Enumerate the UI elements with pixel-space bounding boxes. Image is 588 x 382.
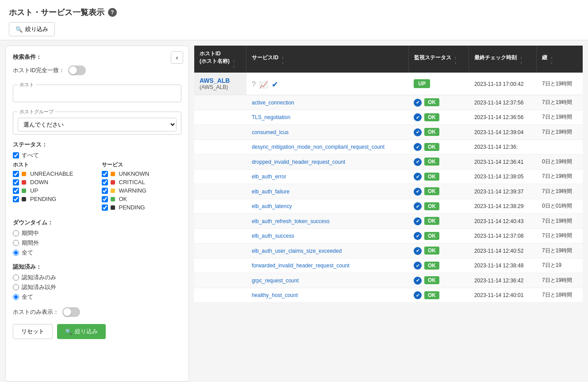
host-link[interactable]: AWS_ALB <box>200 77 230 84</box>
svc-id-cell-3: desync_mitigation_mode_non_compliant_req… <box>246 139 408 154</box>
unreachable-checkbox[interactable] <box>13 171 19 177</box>
sort-down[interactable]: ↓ <box>551 61 553 65</box>
critical-checkbox[interactable] <box>102 179 108 185</box>
sort-down[interactable]: ↓ <box>454 61 457 65</box>
service-link-13[interactable]: healthy_host_count <box>252 292 298 298</box>
svc-duration-cell-12: 7日と19時間 <box>537 273 583 288</box>
downtime-outside-radio[interactable] <box>13 240 19 246</box>
ack-all-radio[interactable] <box>13 294 19 300</box>
svc-check-cell-8: 2023-11-14 12:40:43 <box>469 214 537 229</box>
svc-status-badge-9: OK <box>424 232 439 240</box>
status-group: ステータス： すべて ホスト UNREACHABLE DOWN <box>13 141 181 212</box>
sort-down[interactable]: ↓ <box>233 64 235 68</box>
check-circle-10: ✔ <box>414 247 422 255</box>
service-link-6[interactable]: elb_auth_failure <box>252 189 289 195</box>
service-link-2[interactable]: consumed_lcus <box>252 129 288 135</box>
service-link-4[interactable]: dropped_invalid_header_request_count <box>252 159 346 165</box>
service-link-0[interactable]: active_connection <box>252 100 294 106</box>
service-link-10[interactable]: elb_auth_user_claims_size_exceeded <box>252 248 342 254</box>
check-circle-13: ✔ <box>414 291 422 299</box>
service-link-8[interactable]: elb_auth_refresh_token_success <box>252 218 330 224</box>
reset-button[interactable]: リセット <box>13 324 53 339</box>
sort-down[interactable]: ↓ <box>520 61 523 65</box>
all-checkbox[interactable] <box>13 152 19 158</box>
host-input[interactable] <box>18 91 177 99</box>
search-conditions-label: 検索条件： <box>13 53 181 61</box>
svc-id-cell-2: consumed_lcus <box>246 125 408 140</box>
down-checkbox[interactable] <box>13 179 19 185</box>
host-only-toggle[interactable] <box>62 307 80 317</box>
host-id-sort[interactable]: ↑ ↓ <box>233 60 235 68</box>
svc-status-badge-0: OK <box>424 98 439 106</box>
host-chart-icon[interactable]: 📈 <box>259 81 268 89</box>
svc-status-badge-11: OK <box>424 262 439 270</box>
downtime-during-radio[interactable] <box>13 230 19 236</box>
last-check-sort[interactable]: ↑ ↓ <box>520 56 523 65</box>
svc-host-cell-11 <box>194 258 246 273</box>
sort-up[interactable]: ↑ <box>551 56 553 60</box>
table-row: dropped_invalid_header_request_count ✔ O… <box>194 154 583 170</box>
svc-duration-cell-11: 7日と19 <box>537 258 583 273</box>
host-group-select[interactable]: 選んでください <box>18 118 177 131</box>
host-pending-checkbox[interactable] <box>13 196 19 202</box>
svc-duration-cell-3 <box>537 139 583 154</box>
sort-up[interactable]: ↑ <box>282 56 284 60</box>
host-table: ホストID(ホスト名称) ↑ ↓ サービスID ↑ ↓ <box>194 46 583 303</box>
up-checkbox[interactable] <box>13 188 19 194</box>
filter-button[interactable]: 🔍 絞り込み <box>57 324 106 339</box>
downtime-all-radio[interactable] <box>13 250 19 256</box>
table-body: AWS_ALB (AWS_ALB) ? 📈 ✔ UP 20 <box>194 73 583 303</box>
sort-down[interactable]: ↓ <box>282 61 284 65</box>
ok-checkbox[interactable] <box>102 196 108 202</box>
svc-check-cell-3: 2023-11-14 12:36: <box>469 139 537 154</box>
svc-check-cell-11: 2023-11-14 12:38:48 <box>469 258 537 273</box>
service-link-12[interactable]: grpc_request_count <box>252 278 299 284</box>
ack-only-radio[interactable] <box>13 274 19 281</box>
service-link-11[interactable]: forwarded_invalid_header_request_count <box>252 262 350 269</box>
svc-id-cell-8: elb_auth_refresh_token_success <box>246 214 408 229</box>
page-title: ホスト・サービス一覧表示 ? <box>9 7 579 18</box>
ok-dot <box>111 197 115 201</box>
service-id-sort[interactable]: ↑ ↓ <box>282 56 284 65</box>
ack-exclude-label: 認知済み以外 <box>22 283 56 291</box>
svc-host-cell-8 <box>194 214 246 229</box>
svc-duration-7: 0日と01時間 <box>542 203 572 209</box>
critical-label: CRITICAL <box>119 179 145 185</box>
monitor-status-sort[interactable]: ↑ ↓ <box>454 56 457 65</box>
sidebar-collapse-button[interactable]: ‹ <box>171 51 183 64</box>
svc-pending-checkbox[interactable] <box>102 205 108 211</box>
help-icon[interactable]: ? <box>108 8 117 17</box>
service-link-3[interactable]: desync_mitigation_mode_non_compliant_req… <box>252 144 384 150</box>
sort-up[interactable]: ↑ <box>233 60 235 64</box>
filter-toggle-button[interactable]: 🔍 絞り込み <box>9 22 55 36</box>
svc-status-badge-5: OK <box>424 173 439 181</box>
unreachable-row: UNREACHABLE <box>13 170 93 177</box>
critical-row: CRITICAL <box>102 179 182 185</box>
ack-exclude-radio[interactable] <box>13 284 19 290</box>
downtime-outside-row: 期間外 <box>13 239 181 247</box>
sort-up[interactable]: ↑ <box>520 56 523 60</box>
table-row: elb_auth_error ✔ OK 2023-11-14 12:38:05 … <box>194 169 583 184</box>
content-area: ホストID(ホスト名称) ↑ ↓ サービスID ↑ ↓ <box>194 46 583 382</box>
check-circle-3: ✔ <box>414 143 422 151</box>
host-id-label: ホストID(ホスト名称) <box>200 50 230 64</box>
sort-up[interactable]: ↑ <box>454 56 457 60</box>
service-link-1[interactable]: TLS_negotiation <box>252 114 290 120</box>
warning-checkbox[interactable] <box>102 188 108 194</box>
unknown-checkbox[interactable] <box>102 171 108 177</box>
svc-last-check-11: 2023-11-14 12:38:48 <box>474 262 523 269</box>
all-checkbox-row: すべて <box>13 151 181 159</box>
host-info-icons: ? 📈 ✔ <box>252 80 403 89</box>
duration-sort[interactable]: ↑ ↓ <box>551 56 553 65</box>
search-icon: 🔍 <box>15 26 23 33</box>
svc-duration-cell-10: 7日と19時間 <box>537 243 583 259</box>
warning-row: WARNING <box>102 187 182 194</box>
svc-check-cell-5: 2023-11-14 12:38:05 <box>469 169 537 184</box>
svc-status-cell-1: ✔ OK <box>408 110 469 125</box>
host-exact-match-toggle[interactable] <box>68 66 86 75</box>
svc-host-cell-9 <box>194 228 246 243</box>
service-link-7[interactable]: elb_auth_latency <box>252 203 292 209</box>
service-link-9[interactable]: elb_auth_success <box>252 233 294 239</box>
unreachable-dot <box>22 172 26 176</box>
service-link-5[interactable]: elb_auth_error <box>252 174 286 180</box>
